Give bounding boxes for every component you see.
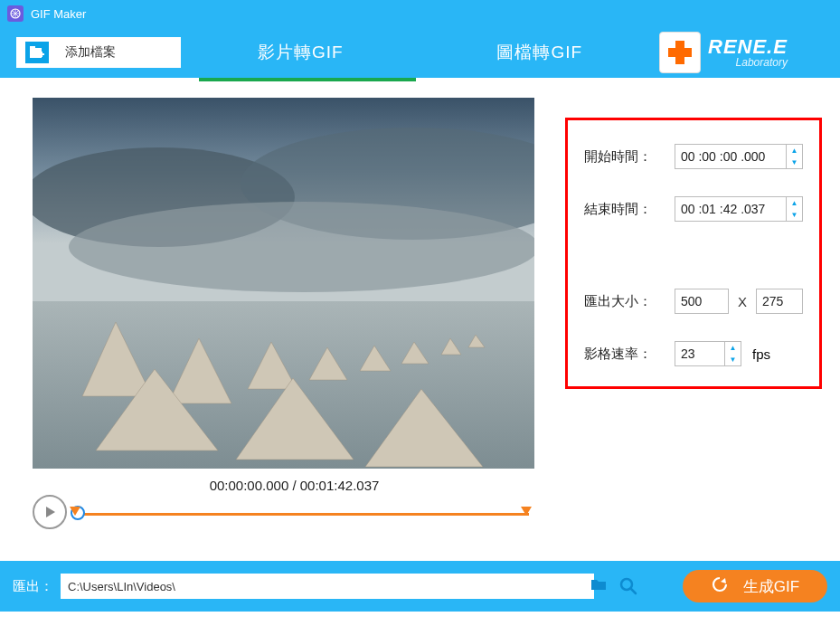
end-time-spinner[interactable]: ▲▼ (787, 196, 803, 222)
tab-video-to-gif[interactable]: 影片轉GIF (181, 41, 420, 64)
tab-image-label: 圖檔轉GIF (496, 43, 582, 62)
time-display: 00:00:00.000 / 00:01:42.037 (33, 478, 556, 493)
height-input[interactable] (756, 289, 803, 314)
title-bar: GIF Maker (0, 0, 840, 27)
tab-bar: 添加檔案 影片轉GIF 圖檔轉GIF RENE.E Laboratory (0, 27, 840, 78)
settings-highlight-box: 開始時間： ▲▼ 結束時間： ▲▼ 匯出大小： X (565, 118, 822, 389)
generate-label: 生成GIF (743, 576, 799, 597)
fps-spinner[interactable]: ▲▼ (725, 341, 741, 366)
bottom-bar: 匯出： 生成GIF (0, 561, 840, 612)
svg-rect-1 (30, 48, 42, 58)
search-icon[interactable] (616, 574, 641, 599)
add-file-icon (25, 42, 49, 63)
video-preview[interactable] (33, 98, 534, 469)
slider-start-marker[interactable] (70, 507, 80, 516)
brand-name: RENE.E (708, 36, 788, 57)
fps-label: 影格速率： (584, 346, 675, 363)
current-time: 00:00:00.000 (210, 478, 289, 493)
start-time-input[interactable] (675, 144, 787, 169)
svg-point-6 (69, 202, 534, 292)
end-time-label: 結束時間： (584, 201, 675, 218)
fps-input[interactable] (675, 341, 725, 366)
output-path-input[interactable] (61, 574, 594, 599)
end-time-input[interactable] (675, 196, 787, 222)
play-button[interactable] (33, 495, 67, 529)
generate-button[interactable]: 生成GIF (683, 570, 827, 602)
tab-video-label: 影片轉GIF (258, 43, 344, 62)
app-title: GIF Maker (31, 7, 86, 21)
brand-logo: RENE.E Laboratory (659, 32, 840, 73)
folder-icon[interactable] (590, 577, 607, 595)
svg-rect-2 (30, 46, 35, 49)
size-label: 匯出大小： (584, 293, 675, 310)
main-area: 00:00:00.000 / 00:01:42.037 開始時間： ▲▼ (0, 81, 840, 561)
app-icon (7, 5, 24, 22)
settings-pane: 開始時間： ▲▼ 結束時間： ▲▼ 匯出大小： X (556, 81, 840, 561)
slider-end-marker[interactable] (521, 507, 532, 516)
total-time: 00:01:42.037 (300, 478, 380, 493)
tab-add-file[interactable]: 添加檔案 (16, 37, 181, 68)
preview-pane: 00:00:00.000 / 00:01:42.037 (0, 81, 556, 561)
refresh-icon (711, 575, 729, 598)
tab-add-file-label: 添加檔案 (65, 44, 116, 61)
output-label: 匯出： (13, 578, 53, 595)
tab-image-to-gif[interactable]: 圖檔轉GIF (420, 41, 660, 64)
start-time-spinner[interactable]: ▲▼ (787, 144, 803, 169)
trim-slider[interactable] (72, 499, 529, 525)
brand-sub: Laboratory (708, 57, 788, 69)
logo-cross-icon (659, 32, 701, 73)
start-time-label: 開始時間： (584, 148, 675, 166)
fps-unit: fps (752, 346, 770, 362)
width-input[interactable] (675, 289, 729, 314)
size-separator: X (729, 294, 756, 309)
